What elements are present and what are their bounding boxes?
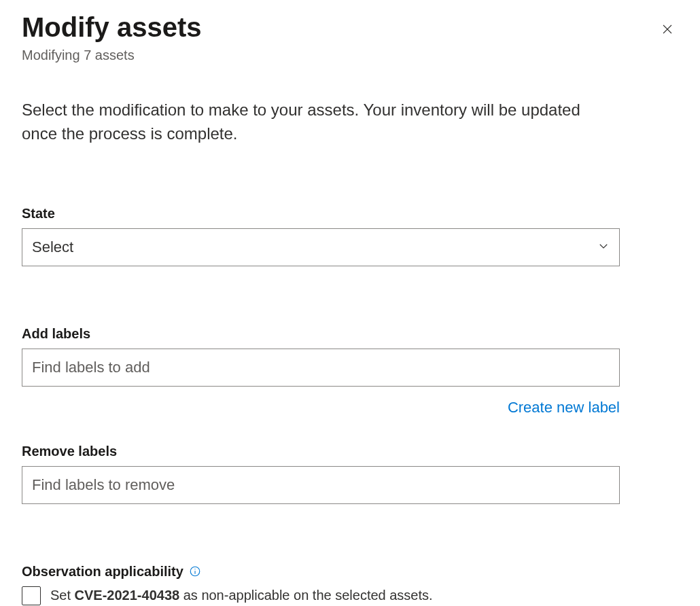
add-labels-input[interactable]	[22, 349, 620, 387]
svg-point-4	[194, 569, 195, 569]
observation-checkbox-suffix: as non-applicable on the selected assets…	[179, 588, 432, 603]
observation-checkbox-label: Set CVE-2021-40438 as non-applicable on …	[50, 588, 433, 603]
remove-labels-label: Remove labels	[22, 444, 678, 459]
state-dropdown[interactable]: Select	[22, 228, 620, 266]
close-icon	[661, 23, 673, 37]
modify-assets-panel: Modify assets Modifying 7 assets Select …	[0, 0, 700, 606]
add-labels-field: Add labels Create new label	[22, 326, 678, 416]
remove-labels-field: Remove labels	[22, 444, 678, 504]
observation-checkbox-row: Set CVE-2021-40438 as non-applicable on …	[22, 586, 678, 605]
state-label: State	[22, 206, 678, 221]
observation-field: Observation applicability Set CVE-2021-4…	[22, 564, 678, 605]
panel-subtitle: Modifying 7 assets	[22, 48, 678, 63]
observation-checkbox-prefix: Set	[50, 588, 75, 603]
remove-labels-input[interactable]	[22, 466, 620, 504]
info-icon[interactable]	[189, 565, 201, 577]
observation-label-text: Observation applicability	[22, 564, 183, 580]
observation-checkbox[interactable]	[22, 586, 41, 605]
chevron-down-icon	[597, 238, 610, 256]
close-button[interactable]	[657, 19, 678, 41]
panel-description: Select the modification to make to your …	[22, 99, 620, 146]
state-dropdown-value: Select	[32, 238, 73, 256]
observation-checkbox-bold: CVE-2021-40438	[75, 588, 180, 603]
create-new-label-link[interactable]: Create new label	[508, 399, 620, 416]
create-label-row: Create new label	[22, 399, 620, 416]
panel-title: Modify assets	[22, 11, 678, 43]
state-field: State Select	[22, 206, 678, 266]
add-labels-label: Add labels	[22, 326, 678, 342]
observation-label: Observation applicability	[22, 564, 678, 580]
